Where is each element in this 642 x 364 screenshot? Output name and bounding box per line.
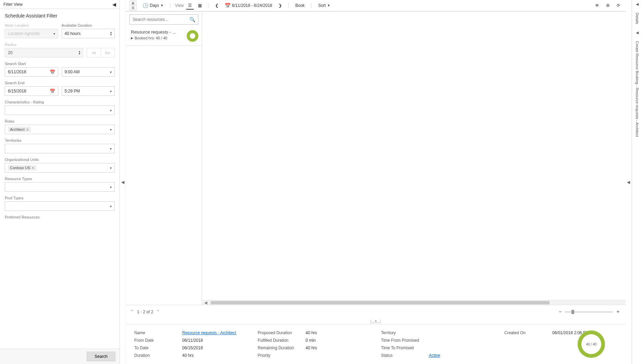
result-range: 1 - 2 of 2 [137, 310, 153, 314]
radius-unit-km: km [101, 48, 114, 57]
horizontal-scrollbar[interactable]: ◀ [202, 300, 626, 305]
characteristics-select[interactable]: ▾ [5, 105, 115, 115]
search-start-time[interactable]: 9:00 AM▾ [62, 67, 115, 77]
resource-types-select[interactable]: ▾ [5, 182, 115, 192]
visibility-icon[interactable]: 👁 [593, 2, 601, 9]
date-picker-button[interactable]: 📅 6/11/2018 - 6/24/2018 [223, 1, 274, 10]
territories-label: Territories [5, 138, 115, 142]
list-view-icon[interactable]: ☰ [186, 2, 194, 10]
search-button[interactable]: Search [87, 352, 115, 361]
org-units-label: Organizational Units [5, 158, 115, 162]
search-end-time[interactable]: 5:29 PM▾ [62, 86, 115, 96]
characteristics-label: Characteristics - Rating [5, 100, 115, 104]
search-end-date[interactable]: 6/15/2018 📅 [5, 86, 58, 96]
calendar-icon: 📅 [225, 3, 231, 8]
org-units-select[interactable]: Contoso US✕ ▾ [5, 163, 115, 173]
radius-input: ▲▼ [5, 48, 83, 58]
role-tag: Architect✕ [8, 127, 31, 132]
radius-label: Radius [5, 42, 115, 47]
roles-label: Roles [5, 119, 115, 123]
booking-details: NameResource requests - Architect From D… [126, 324, 626, 364]
panel-collapse-handle[interactable]: ◀ [120, 0, 126, 364]
search-start-date[interactable]: 6/11/2018 📅 [5, 67, 58, 77]
fulfillment-donut: 40 / 40 [578, 330, 605, 358]
time-granularity-button[interactable]: 🕒 Days ▼ [140, 1, 165, 10]
create-panel-collapse-handle[interactable]: ◀ [626, 0, 632, 364]
details-collapse-handle[interactable]: ▾ [371, 319, 381, 323]
expand-all-icon[interactable]: ⊞ [130, 1, 136, 5]
booked-progress-donut [187, 30, 198, 42]
settings-icon[interactable]: ⚙ [604, 2, 612, 9]
remove-tag-icon[interactable]: ✕ [26, 128, 29, 131]
territories-select[interactable]: ▾ [5, 144, 115, 153]
radius-unit-mi: mi [87, 48, 101, 57]
right-rail: ◀ Details ◀ Create Resource Booking - Re… [632, 0, 642, 364]
resource-search-input[interactable]: 🔍 [129, 14, 198, 25]
filter-subtitle: Schedule Assistant Filter [0, 9, 120, 22]
page-down-icon[interactable]: ˅ [157, 310, 159, 314]
view-label: View [175, 3, 184, 8]
prev-range-icon[interactable]: ❮ [213, 2, 221, 9]
expand-collapse-group: ⊞ ⊟ [129, 1, 136, 10]
details-expand-icon[interactable]: ◀ [636, 2, 639, 7]
grid-view-icon[interactable]: ▦ [196, 2, 204, 9]
book-button[interactable]: Book [293, 2, 307, 9]
collapse-all-icon[interactable]: ⊟ [130, 5, 136, 10]
preferred-resources-label: Preferred Resources [5, 215, 115, 219]
filter-collapse-icon[interactable]: ◀ [112, 2, 116, 7]
available-duration-label: Available Duration [62, 23, 115, 27]
available-duration-select[interactable]: 40 hours ▲▼ [62, 29, 115, 38]
resource-types-label: Resource Types [5, 177, 115, 181]
status-link[interactable]: Active [429, 353, 491, 358]
schedule-toolbar: ⊞ ⊟ 🕒 Days ▼ │ View ☰ ▦ │ ❮ 📅 6/11/2018 … [126, 0, 626, 12]
details-tab[interactable]: Details [635, 11, 639, 26]
work-location-select: Location Agnostic▾ [5, 29, 58, 38]
org-unit-tag: Contoso US✕ [8, 165, 36, 171]
status-bar: ˄ 1 - 2 of 2 ˅ − ＋ [126, 305, 626, 318]
work-location-label: Work Location [5, 23, 58, 27]
next-range-icon[interactable]: ❯ [276, 2, 284, 9]
request-header[interactable]: Resource requests - ... ▶Booked hrs: 40 … [126, 27, 202, 46]
page-up-icon[interactable]: ˄ [131, 310, 133, 314]
create-booking-tab[interactable]: Create Resource Booking - Resource reque… [635, 39, 639, 139]
zoom-slider[interactable] [565, 311, 613, 313]
search-end-label: Search End [5, 81, 115, 85]
expand-toggle-icon[interactable]: ▶ [131, 36, 133, 40]
filter-view-title: Filter View [3, 2, 23, 7]
refresh-icon[interactable]: ⟳ [615, 2, 622, 9]
filter-panel: Filter View ◀ Schedule Assistant Filter … [0, 0, 120, 364]
create-expand-icon[interactable]: ◀ [636, 30, 639, 35]
roles-select[interactable]: Architect✕ ▾ [5, 125, 115, 134]
clock-icon: 🕒 [143, 3, 148, 8]
zoom-out-icon[interactable]: − [559, 309, 562, 315]
search-start-label: Search Start [5, 62, 115, 66]
pool-types-label: Pool Types [5, 196, 115, 200]
radius-unit-toggle: mi km [87, 48, 115, 58]
search-icon[interactable]: 🔍 [189, 17, 195, 22]
request-link[interactable]: Resource requests - Architect [182, 330, 244, 335]
sort-button[interactable]: Sort ▼ [316, 2, 332, 9]
pool-types-select[interactable]: ▾ [5, 201, 115, 211]
remove-tag-icon[interactable]: ✕ [32, 166, 34, 170]
zoom-in-icon[interactable]: ＋ [615, 308, 621, 315]
calendar-icon[interactable]: 📅 [50, 89, 55, 94]
calendar-icon[interactable]: 📅 [50, 70, 55, 75]
